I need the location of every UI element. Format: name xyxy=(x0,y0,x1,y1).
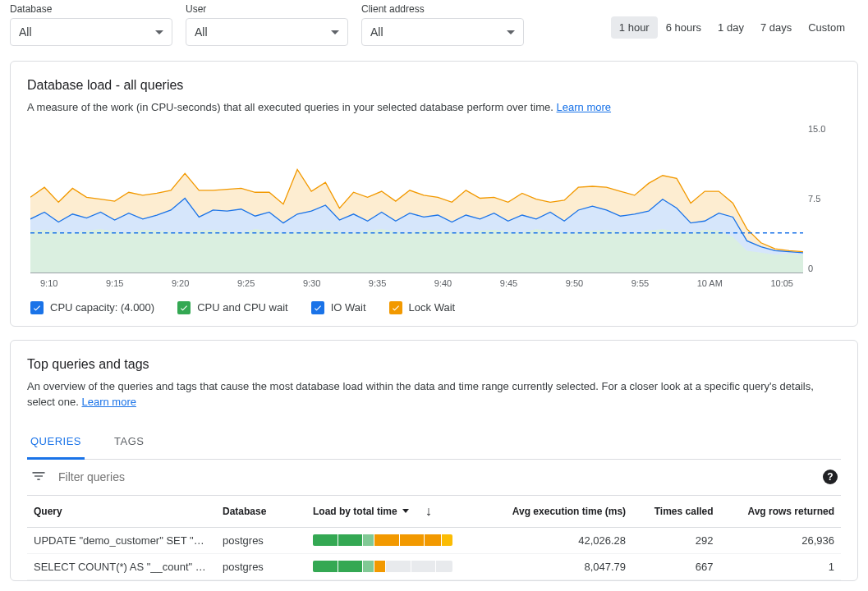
legend-label: Lock Wait xyxy=(409,301,456,314)
sort-caret-icon xyxy=(402,509,409,513)
database-filter-label: Database xyxy=(10,3,172,15)
x-tick: 9:20 xyxy=(172,278,189,288)
caret-down-icon xyxy=(331,30,339,34)
time-range-custom[interactable]: Custom xyxy=(800,16,858,39)
user-select[interactable]: All xyxy=(186,18,348,46)
x-tick: 9:55 xyxy=(631,278,649,288)
legend-checkbox-icon xyxy=(311,301,324,314)
legend-item[interactable]: CPU capacity: (4.000) xyxy=(30,301,154,314)
database-load-card: Database load - all queries A measure of… xyxy=(10,61,858,327)
x-tick: 9:50 xyxy=(566,278,583,288)
load-bar xyxy=(313,534,452,546)
legend-checkbox-icon xyxy=(389,301,402,314)
table-row[interactable]: SELECT COUNT(*) AS "__count" …postgres8,… xyxy=(27,553,841,580)
col-times-called[interactable]: Times called xyxy=(632,496,720,528)
x-tick: 9:45 xyxy=(500,278,517,288)
top-queries-card: Top queries and tags An overview of the … xyxy=(10,340,858,581)
legend-item[interactable]: CPU and CPU wait xyxy=(177,301,288,314)
col-database[interactable]: Database xyxy=(216,496,306,528)
x-tick: 9:25 xyxy=(237,278,255,288)
x-tick: 10 AM xyxy=(697,278,723,288)
client-address-select-value: All xyxy=(370,25,383,39)
filter-row: ? xyxy=(27,460,841,496)
learn-more-link[interactable]: Learn more xyxy=(557,101,611,113)
time-range-1-hour[interactable]: 1 hour xyxy=(611,16,658,39)
load-card-title: Database load - all queries xyxy=(27,78,841,93)
filter-icon[interactable] xyxy=(30,468,47,487)
database-select-value: All xyxy=(19,25,32,39)
col-avg-exec[interactable]: Avg execution time (ms) xyxy=(479,496,632,528)
database-select[interactable]: All xyxy=(10,18,172,46)
legend-checkbox-icon xyxy=(177,301,191,314)
time-range-1-day[interactable]: 1 day xyxy=(710,16,752,39)
top-controls: Database All User All Client address All… xyxy=(0,0,868,54)
filter-input[interactable] xyxy=(58,470,811,483)
y-axis: 15.07.50 xyxy=(808,124,841,273)
legend: CPU capacity: (4.000)CPU and CPU waitIO … xyxy=(27,301,841,314)
load-bar xyxy=(313,561,452,572)
arrow-down-icon: ↓ xyxy=(425,504,432,519)
help-icon[interactable]: ? xyxy=(823,470,838,484)
legend-label: IO Wait xyxy=(331,301,366,314)
col-query[interactable]: Query xyxy=(27,496,216,528)
queries-card-desc: An overview of the queries and tags that… xyxy=(27,378,841,410)
tab-queries[interactable]: QUERIES xyxy=(27,425,85,460)
x-tick: 9:30 xyxy=(303,278,320,288)
col-load[interactable]: Load by total time ↓ xyxy=(306,496,479,528)
legend-item[interactable]: IO Wait xyxy=(311,301,366,314)
queries-card-title: Top queries and tags xyxy=(27,357,841,372)
x-tick: 9:10 xyxy=(40,278,57,288)
x-tick: 10:05 xyxy=(770,278,793,288)
load-chart: 15.07.50 9:109:159:209:259:309:359:409:4… xyxy=(27,124,841,288)
caret-down-icon xyxy=(507,30,515,34)
legend-item[interactable]: Lock Wait xyxy=(389,301,456,314)
legend-label: CPU and CPU wait xyxy=(197,301,288,314)
user-select-value: All xyxy=(195,25,208,39)
load-card-desc: A measure of the work (in CPU-seconds) t… xyxy=(27,99,841,116)
plot-area[interactable] xyxy=(30,124,803,273)
col-avg-rows[interactable]: Avg rows returned xyxy=(720,496,841,528)
caret-down-icon xyxy=(155,30,163,34)
time-range-7-days[interactable]: 7 days xyxy=(752,16,800,39)
y-tick: 15.0 xyxy=(808,124,825,134)
time-range-6-hours[interactable]: 6 hours xyxy=(658,16,710,39)
tab-tags[interactable]: TAGS xyxy=(111,425,147,459)
table-row[interactable]: UPDATE "demo_customer" SET "…postgres42,… xyxy=(27,527,841,553)
x-tick: 9:15 xyxy=(106,278,123,288)
client-address-filter: Client address All xyxy=(361,3,524,46)
time-range-selector: 1 hour6 hours1 day7 daysCustom xyxy=(611,3,858,39)
x-tick: 9:40 xyxy=(434,278,452,288)
query-tabs: QUERIESTAGS xyxy=(27,425,841,460)
user-filter: User All xyxy=(186,3,348,46)
x-axis: 9:109:159:209:259:309:359:409:459:509:55… xyxy=(30,278,803,288)
client-address-filter-label: Client address xyxy=(361,3,524,15)
queries-table: Query Database Load by total time ↓ Avg … xyxy=(27,496,841,580)
legend-checkbox-icon xyxy=(30,301,44,314)
client-address-select[interactable]: All xyxy=(361,18,524,46)
legend-label: CPU capacity: (4.000) xyxy=(50,301,154,314)
y-tick: 7.5 xyxy=(808,194,820,204)
x-tick: 9:35 xyxy=(369,278,386,288)
user-filter-label: User xyxy=(186,3,348,15)
learn-more-link[interactable]: Learn more xyxy=(82,396,136,408)
y-tick: 0 xyxy=(808,263,813,273)
database-filter: Database All xyxy=(10,3,172,46)
